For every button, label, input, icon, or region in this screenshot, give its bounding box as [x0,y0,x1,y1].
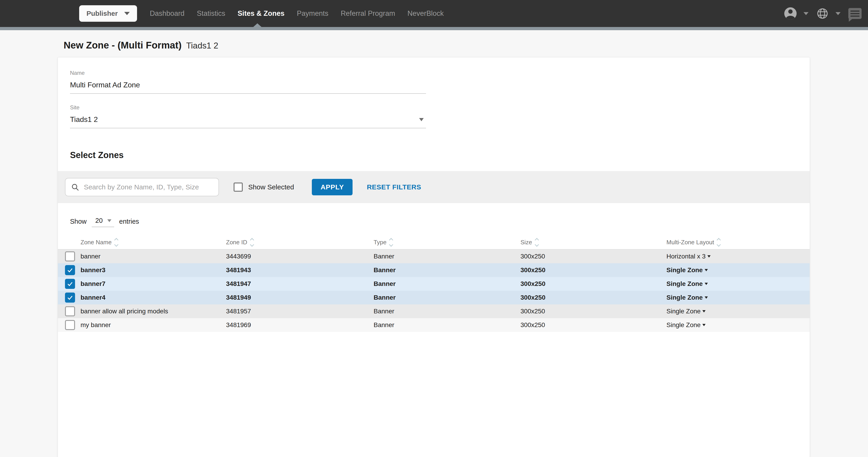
column-header-type[interactable]: Type [374,238,521,246]
zone-type-cell: Banner [374,266,521,274]
chevron-down-icon [107,219,112,222]
navbar-right-actions [784,7,862,20]
sort-icon [390,238,393,246]
row-checkbox[interactable] [65,251,75,261]
chevron-down-icon [804,12,808,15]
zone-name-cell: banner allow all pricing models [81,307,226,315]
zone-id-cell: 3481969 [226,321,374,329]
entries-label: entries [119,218,139,225]
row-checkbox[interactable] [65,293,75,303]
nav-item-referral-program[interactable]: Referral Program [341,9,395,18]
reset-filters-button[interactable]: RESET FILTERS [367,183,421,191]
page-title: New Zone - (Multi Format) Tiads1 2 [64,40,868,51]
name-field: Name [70,70,426,94]
zone-row: my banner 3481969 Banner 300x250 Single … [58,318,810,332]
layout-dropdown[interactable]: Single Zone [666,307,810,315]
checkmark-icon [66,280,74,288]
column-header-size[interactable]: Size [521,238,666,246]
zone-type-cell: Banner [374,280,521,288]
zone-row: banner7 3481947 Banner 300x250 Single Zo… [58,277,810,291]
page-title-main: New Zone - (Multi Format) [64,40,182,51]
row-checkbox[interactable] [65,279,75,289]
account-menu-button[interactable] [784,7,808,20]
zone-type-cell: Banner [374,307,521,315]
site-field: Site Tiads1 2 [70,104,426,128]
show-label: Show [70,218,87,225]
site-select-value: Tiads1 2 [70,115,98,124]
page-title-context: Tiads1 2 [186,41,218,51]
select-zones-heading: Select Zones [70,150,810,160]
layout-dropdown[interactable]: Single Zone [666,280,810,288]
zone-form: Name Site Tiads1 2 [58,57,810,128]
chevron-down-icon [705,296,708,299]
show-selected-checkbox[interactable] [234,183,243,192]
zone-id-cell: 3481947 [226,280,374,288]
main-nav: Dashboard Statistics Sites & Zones Payme… [150,9,444,18]
zone-id-cell: 3481957 [226,307,374,315]
search-icon [71,183,79,192]
zone-id-cell: 3481943 [226,266,374,274]
new-zone-card: Name Site Tiads1 2 Select Zones Show Sel… [58,57,810,457]
zone-size-cell: 300x250 [521,294,666,301]
zone-size-cell: 300x250 [521,307,666,315]
publisher-role-label: Publisher [87,10,118,18]
row-checkbox[interactable] [65,320,75,330]
name-input[interactable] [70,81,426,89]
zone-id-cell: 3443699 [226,253,374,260]
zone-row: banner4 3481949 Banner 300x250 Single Zo… [58,291,810,304]
checkmark-icon [66,266,74,274]
chevron-down-icon [707,255,711,258]
globe-icon [816,7,829,20]
zone-search-input[interactable] [84,183,213,191]
zones-table: Zone Name Zone ID Type Size Multi-Zone L… [58,235,810,332]
row-checkbox[interactable] [65,265,75,275]
row-checkbox[interactable] [65,306,75,316]
page-size-row: Show 20 entries [70,216,810,227]
zone-type-cell: Banner [374,294,521,301]
zone-name-cell: banner7 [81,280,226,288]
zones-table-header: Zone Name Zone ID Type Size Multi-Zone L… [58,235,810,250]
nav-item-statistics[interactable]: Statistics [197,9,225,18]
chevron-down-icon [702,310,706,313]
zone-type-cell: Banner [374,321,521,329]
active-tab-indicator-bar [0,27,868,30]
zone-row: banner3 3481943 Banner 300x250 Single Zo… [58,263,810,277]
active-tab-pointer-icon [253,23,261,27]
site-select[interactable]: Tiads1 2 [70,111,426,128]
page-size-select[interactable]: 20 [92,216,114,227]
zone-size-cell: 300x250 [521,280,666,288]
nav-item-dashboard[interactable]: Dashboard [150,9,185,18]
chat-icon [848,8,862,19]
chevron-down-icon [702,324,706,326]
layout-dropdown[interactable]: Horizontal x 3 [666,253,810,260]
language-menu-button[interactable] [816,7,841,20]
chevron-down-icon [705,283,708,285]
nav-item-payments[interactable]: Payments [297,9,328,18]
zone-type-cell: Banner [374,253,521,260]
layout-dropdown[interactable]: Single Zone [666,266,810,274]
name-field-label: Name [70,70,426,76]
apply-button[interactable]: APPLY [312,179,352,195]
zone-size-cell: 300x250 [521,321,666,329]
layout-dropdown[interactable]: Single Zone [666,294,810,301]
column-header-zone-id[interactable]: Zone ID [226,238,374,246]
sort-icon [250,238,253,246]
zone-name-cell: banner4 [81,294,226,301]
chevron-down-icon [124,12,130,15]
column-header-multi-zone-layout[interactable]: Multi-Zone Layout [666,238,810,246]
sort-icon [717,238,720,246]
account-circle-icon [784,7,797,20]
publisher-role-button[interactable]: Publisher [79,5,137,22]
page-size-value: 20 [95,217,103,224]
checkmark-icon [66,294,74,301]
zone-id-cell: 3481949 [226,294,374,301]
column-header-zone-name[interactable]: Zone Name [81,238,226,246]
chat-button[interactable] [848,8,862,19]
nav-item-neverblock[interactable]: NeverBlock [407,9,444,18]
site-field-label: Site [70,104,426,111]
show-selected-label: Show Selected [248,183,294,191]
show-selected-toggle: Show Selected [234,183,294,192]
layout-dropdown[interactable]: Single Zone [666,321,810,329]
zone-row: banner allow all pricing models 3481957 … [58,304,810,318]
nav-item-sites-zones[interactable]: Sites & Zones [238,9,284,18]
